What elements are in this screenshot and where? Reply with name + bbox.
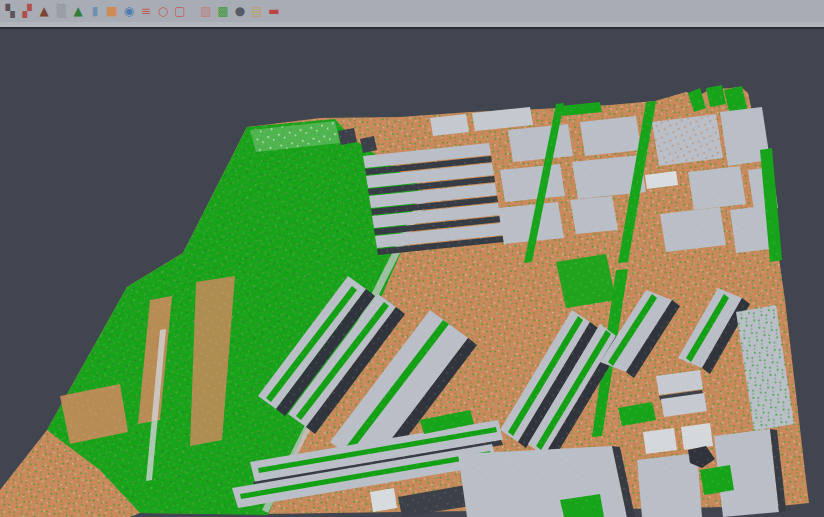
viewport-3d[interactable]	[0, 29, 824, 517]
filter-points-icon[interactable]: ▨	[198, 1, 214, 21]
crop-region-icon[interactable]: ▢	[172, 1, 188, 21]
ortho-image-icon[interactable]: ■	[104, 1, 120, 21]
mesh-sphere-icon[interactable]: ●	[232, 1, 248, 21]
app-window: ▚▞▲▒▲▮■◉≡○▢▨▩●▤▬	[0, 0, 824, 517]
measure-icon[interactable]: ▬	[266, 1, 282, 21]
layer-list-icon[interactable]: ≡	[138, 1, 154, 21]
clip-box-icon[interactable]: ▤	[249, 1, 265, 21]
main-toolbar: ▚▞▲▒▲▮■◉≡○▢▨▩●▤▬	[0, 0, 824, 22]
classify-icon[interactable]: ▩	[215, 1, 231, 21]
profile-tool-icon[interactable]: ▮	[87, 1, 103, 21]
terrain-model-icon[interactable]: ▲	[36, 1, 52, 21]
sparse-points-icon[interactable]: ▒	[53, 1, 69, 21]
circle-select-icon[interactable]: ○	[155, 1, 171, 21]
globe-view-icon[interactable]: ◉	[121, 1, 137, 21]
viewport-scene	[0, 29, 824, 517]
point-cloud-icon[interactable]: ▞	[19, 1, 35, 21]
toolbar-lower-strip	[0, 22, 824, 29]
scene-roof-point-sparkle	[0, 87, 809, 517]
open-project-icon[interactable]: ▚	[2, 1, 18, 21]
dem-hill-icon[interactable]: ▲	[70, 1, 86, 21]
